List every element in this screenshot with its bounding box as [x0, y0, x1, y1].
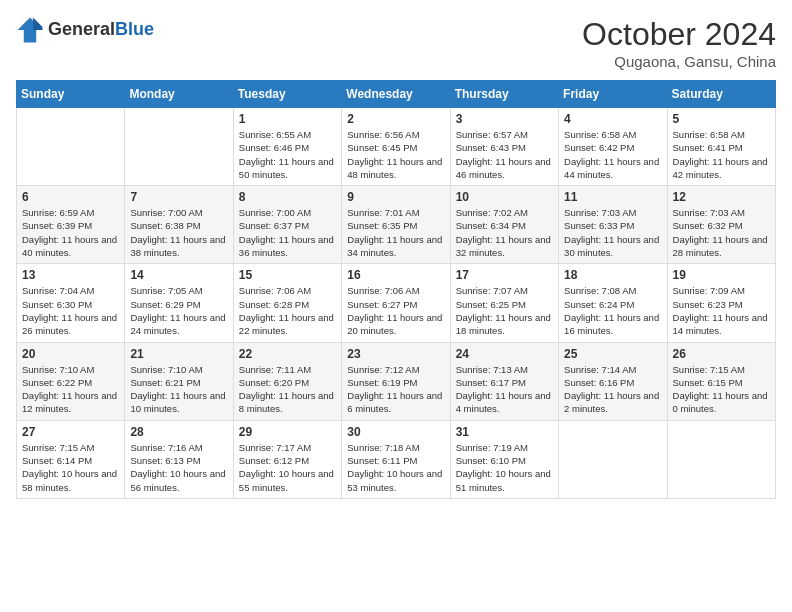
day-info: Sunrise: 7:10 AMSunset: 6:22 PMDaylight:…	[22, 363, 119, 416]
day-info: Sunrise: 7:11 AMSunset: 6:20 PMDaylight:…	[239, 363, 336, 416]
calendar-cell: 23Sunrise: 7:12 AMSunset: 6:19 PMDayligh…	[342, 342, 450, 420]
day-number: 18	[564, 268, 661, 282]
weekday-header-cell: Friday	[559, 81, 667, 108]
calendar-week-row: 6Sunrise: 6:59 AMSunset: 6:39 PMDaylight…	[17, 186, 776, 264]
day-number: 9	[347, 190, 444, 204]
calendar-cell: 26Sunrise: 7:15 AMSunset: 6:15 PMDayligh…	[667, 342, 775, 420]
calendar-table: SundayMondayTuesdayWednesdayThursdayFrid…	[16, 80, 776, 499]
calendar-cell: 19Sunrise: 7:09 AMSunset: 6:23 PMDayligh…	[667, 264, 775, 342]
day-info: Sunrise: 7:19 AMSunset: 6:10 PMDaylight:…	[456, 441, 553, 494]
day-number: 29	[239, 425, 336, 439]
day-number: 24	[456, 347, 553, 361]
weekday-header-cell: Saturday	[667, 81, 775, 108]
day-info: Sunrise: 7:08 AMSunset: 6:24 PMDaylight:…	[564, 284, 661, 337]
calendar-cell: 10Sunrise: 7:02 AMSunset: 6:34 PMDayligh…	[450, 186, 558, 264]
calendar-cell: 21Sunrise: 7:10 AMSunset: 6:21 PMDayligh…	[125, 342, 233, 420]
day-number: 6	[22, 190, 119, 204]
day-number: 13	[22, 268, 119, 282]
day-number: 16	[347, 268, 444, 282]
day-number: 19	[673, 268, 770, 282]
day-info: Sunrise: 6:56 AMSunset: 6:45 PMDaylight:…	[347, 128, 444, 181]
calendar-cell: 4Sunrise: 6:58 AMSunset: 6:42 PMDaylight…	[559, 108, 667, 186]
calendar-cell: 15Sunrise: 7:06 AMSunset: 6:28 PMDayligh…	[233, 264, 341, 342]
calendar-cell: 30Sunrise: 7:18 AMSunset: 6:11 PMDayligh…	[342, 420, 450, 498]
day-info: Sunrise: 6:55 AMSunset: 6:46 PMDaylight:…	[239, 128, 336, 181]
calendar-cell	[667, 420, 775, 498]
calendar-cell: 6Sunrise: 6:59 AMSunset: 6:39 PMDaylight…	[17, 186, 125, 264]
calendar-week-row: 13Sunrise: 7:04 AMSunset: 6:30 PMDayligh…	[17, 264, 776, 342]
day-info: Sunrise: 7:09 AMSunset: 6:23 PMDaylight:…	[673, 284, 770, 337]
calendar-cell: 9Sunrise: 7:01 AMSunset: 6:35 PMDaylight…	[342, 186, 450, 264]
day-info: Sunrise: 7:06 AMSunset: 6:28 PMDaylight:…	[239, 284, 336, 337]
calendar-cell: 17Sunrise: 7:07 AMSunset: 6:25 PMDayligh…	[450, 264, 558, 342]
calendar-cell: 5Sunrise: 6:58 AMSunset: 6:41 PMDaylight…	[667, 108, 775, 186]
day-info: Sunrise: 6:57 AMSunset: 6:43 PMDaylight:…	[456, 128, 553, 181]
day-number: 28	[130, 425, 227, 439]
day-info: Sunrise: 7:05 AMSunset: 6:29 PMDaylight:…	[130, 284, 227, 337]
day-info: Sunrise: 7:04 AMSunset: 6:30 PMDaylight:…	[22, 284, 119, 337]
day-info: Sunrise: 7:18 AMSunset: 6:11 PMDaylight:…	[347, 441, 444, 494]
day-number: 4	[564, 112, 661, 126]
day-info: Sunrise: 7:10 AMSunset: 6:21 PMDaylight:…	[130, 363, 227, 416]
calendar-cell: 12Sunrise: 7:03 AMSunset: 6:32 PMDayligh…	[667, 186, 775, 264]
day-number: 12	[673, 190, 770, 204]
weekday-header-cell: Tuesday	[233, 81, 341, 108]
calendar-cell: 29Sunrise: 7:17 AMSunset: 6:12 PMDayligh…	[233, 420, 341, 498]
day-number: 21	[130, 347, 227, 361]
day-number: 22	[239, 347, 336, 361]
calendar-cell: 7Sunrise: 7:00 AMSunset: 6:38 PMDaylight…	[125, 186, 233, 264]
calendar-cell	[559, 420, 667, 498]
calendar-cell: 14Sunrise: 7:05 AMSunset: 6:29 PMDayligh…	[125, 264, 233, 342]
day-number: 17	[456, 268, 553, 282]
calendar-cell: 2Sunrise: 6:56 AMSunset: 6:45 PMDaylight…	[342, 108, 450, 186]
calendar-cell: 3Sunrise: 6:57 AMSunset: 6:43 PMDaylight…	[450, 108, 558, 186]
logo-icon	[16, 16, 44, 44]
day-number: 3	[456, 112, 553, 126]
day-number: 8	[239, 190, 336, 204]
day-info: Sunrise: 7:13 AMSunset: 6:17 PMDaylight:…	[456, 363, 553, 416]
day-info: Sunrise: 7:03 AMSunset: 6:32 PMDaylight:…	[673, 206, 770, 259]
day-info: Sunrise: 6:58 AMSunset: 6:42 PMDaylight:…	[564, 128, 661, 181]
day-number: 23	[347, 347, 444, 361]
day-info: Sunrise: 7:00 AMSunset: 6:38 PMDaylight:…	[130, 206, 227, 259]
weekday-header-cell: Thursday	[450, 81, 558, 108]
day-number: 27	[22, 425, 119, 439]
day-info: Sunrise: 7:03 AMSunset: 6:33 PMDaylight:…	[564, 206, 661, 259]
day-info: Sunrise: 7:07 AMSunset: 6:25 PMDaylight:…	[456, 284, 553, 337]
day-info: Sunrise: 7:06 AMSunset: 6:27 PMDaylight:…	[347, 284, 444, 337]
calendar-cell: 1Sunrise: 6:55 AMSunset: 6:46 PMDaylight…	[233, 108, 341, 186]
day-number: 15	[239, 268, 336, 282]
calendar-cell	[125, 108, 233, 186]
calendar-week-row: 1Sunrise: 6:55 AMSunset: 6:46 PMDaylight…	[17, 108, 776, 186]
calendar-week-row: 20Sunrise: 7:10 AMSunset: 6:22 PMDayligh…	[17, 342, 776, 420]
calendar-cell: 11Sunrise: 7:03 AMSunset: 6:33 PMDayligh…	[559, 186, 667, 264]
calendar-cell: 22Sunrise: 7:11 AMSunset: 6:20 PMDayligh…	[233, 342, 341, 420]
day-info: Sunrise: 6:59 AMSunset: 6:39 PMDaylight:…	[22, 206, 119, 259]
day-info: Sunrise: 7:15 AMSunset: 6:14 PMDaylight:…	[22, 441, 119, 494]
day-number: 31	[456, 425, 553, 439]
calendar-cell: 18Sunrise: 7:08 AMSunset: 6:24 PMDayligh…	[559, 264, 667, 342]
calendar-cell: 25Sunrise: 7:14 AMSunset: 6:16 PMDayligh…	[559, 342, 667, 420]
day-number: 11	[564, 190, 661, 204]
day-number: 14	[130, 268, 227, 282]
calendar-cell: 8Sunrise: 7:00 AMSunset: 6:37 PMDaylight…	[233, 186, 341, 264]
day-number: 7	[130, 190, 227, 204]
calendar-body: 1Sunrise: 6:55 AMSunset: 6:46 PMDaylight…	[17, 108, 776, 499]
logo-text: GeneralBlue	[48, 20, 154, 40]
calendar-cell	[17, 108, 125, 186]
calendar-cell: 24Sunrise: 7:13 AMSunset: 6:17 PMDayligh…	[450, 342, 558, 420]
day-info: Sunrise: 7:17 AMSunset: 6:12 PMDaylight:…	[239, 441, 336, 494]
calendar-cell: 20Sunrise: 7:10 AMSunset: 6:22 PMDayligh…	[17, 342, 125, 420]
logo: GeneralBlue	[16, 16, 154, 44]
page-header: GeneralBlue October 2024 Qugaona, Gansu,…	[16, 16, 776, 70]
day-info: Sunrise: 7:16 AMSunset: 6:13 PMDaylight:…	[130, 441, 227, 494]
location-title: Qugaona, Gansu, China	[582, 53, 776, 70]
day-info: Sunrise: 7:12 AMSunset: 6:19 PMDaylight:…	[347, 363, 444, 416]
day-number: 25	[564, 347, 661, 361]
day-info: Sunrise: 6:58 AMSunset: 6:41 PMDaylight:…	[673, 128, 770, 181]
day-info: Sunrise: 7:01 AMSunset: 6:35 PMDaylight:…	[347, 206, 444, 259]
day-info: Sunrise: 7:15 AMSunset: 6:15 PMDaylight:…	[673, 363, 770, 416]
calendar-cell: 13Sunrise: 7:04 AMSunset: 6:30 PMDayligh…	[17, 264, 125, 342]
day-number: 20	[22, 347, 119, 361]
weekday-header-cell: Monday	[125, 81, 233, 108]
